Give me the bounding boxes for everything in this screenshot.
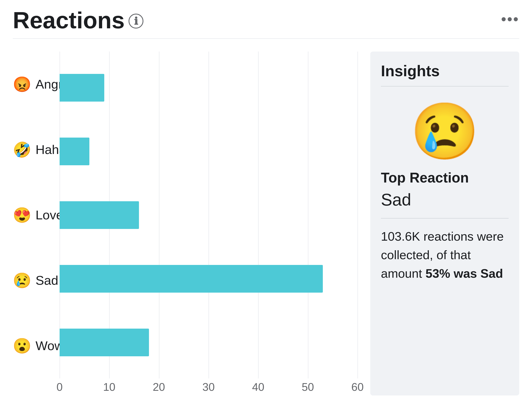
header-left: Reactions ℹ bbox=[13, 8, 143, 32]
insights-title: Insights bbox=[381, 62, 509, 86]
chart-inner: 0102030405060 bbox=[60, 52, 357, 396]
bar-haha bbox=[60, 137, 89, 165]
bar-row-angry bbox=[60, 71, 357, 105]
info-icon[interactable]: ℹ bbox=[128, 14, 143, 29]
page-title: Reactions bbox=[13, 8, 125, 32]
bar-wow bbox=[60, 329, 149, 356]
header: Reactions ℹ ••• bbox=[13, 8, 519, 39]
wow-emoji: 😮 bbox=[13, 339, 31, 353]
top-reaction-label: Top Reaction bbox=[381, 169, 469, 186]
x-axis-label: 40 bbox=[252, 381, 264, 393]
bar-row-love bbox=[60, 198, 357, 232]
main-content: 😡 Angry 🤣 Haha 😍 Love 😢 Sad 😮 Wow bbox=[13, 52, 519, 396]
y-label-wow: 😮 Wow bbox=[13, 325, 53, 367]
x-axis: 0102030405060 bbox=[60, 378, 357, 396]
angry-emoji: 😡 bbox=[13, 77, 31, 92]
y-axis-labels: 😡 Angry 🤣 Haha 😍 Love 😢 Sad 😮 Wow bbox=[13, 52, 60, 396]
top-reaction-emoji: 😢 bbox=[381, 104, 509, 159]
top-reaction-value: Sad bbox=[381, 190, 509, 219]
chart-wrapper: 😡 Angry 🤣 Haha 😍 Love 😢 Sad 😮 Wow bbox=[13, 52, 357, 396]
x-axis-label: 60 bbox=[351, 381, 364, 393]
x-axis-label: 0 bbox=[57, 381, 63, 393]
stats-bold: 53% was Sad bbox=[426, 267, 503, 280]
sad-emoji: 😢 bbox=[13, 273, 31, 288]
y-label-love: 😍 Love bbox=[13, 194, 53, 236]
bar-row-wow bbox=[60, 326, 357, 359]
x-axis-label: 10 bbox=[103, 381, 115, 393]
love-emoji: 😍 bbox=[13, 208, 31, 222]
love-label: Love bbox=[36, 208, 63, 222]
haha-emoji: 🤣 bbox=[13, 142, 31, 157]
y-label-haha: 🤣 Haha bbox=[13, 128, 53, 171]
grid-and-bars bbox=[60, 52, 357, 378]
bar-love bbox=[60, 201, 139, 229]
chart-area: 😡 Angry 🤣 Haha 😍 Love 😢 Sad 😮 Wow bbox=[13, 52, 357, 396]
grid-line bbox=[357, 52, 358, 378]
bar-row-haha bbox=[60, 134, 357, 169]
x-axis-label: 50 bbox=[302, 381, 314, 393]
page-container: Reactions ℹ ••• 😡 Angry 🤣 Haha 😍 Love 😢 … bbox=[0, 0, 532, 404]
sad-label: Sad bbox=[36, 273, 58, 288]
x-axis-label: 30 bbox=[202, 381, 215, 393]
bar-sad bbox=[60, 265, 323, 293]
stats-text: 103.6K reactions were collected, of that… bbox=[381, 227, 509, 283]
more-options-icon[interactable]: ••• bbox=[501, 11, 519, 28]
bars-container bbox=[60, 52, 357, 378]
bar-angry bbox=[60, 74, 104, 102]
bar-row-sad bbox=[60, 262, 357, 296]
y-label-sad: 😢 Sad bbox=[13, 259, 53, 302]
x-axis-label: 20 bbox=[153, 381, 165, 393]
insights-panel: Insights 😢 Top Reaction Sad 103.6K react… bbox=[370, 52, 519, 396]
y-label-angry: 😡 Angry bbox=[13, 63, 53, 106]
